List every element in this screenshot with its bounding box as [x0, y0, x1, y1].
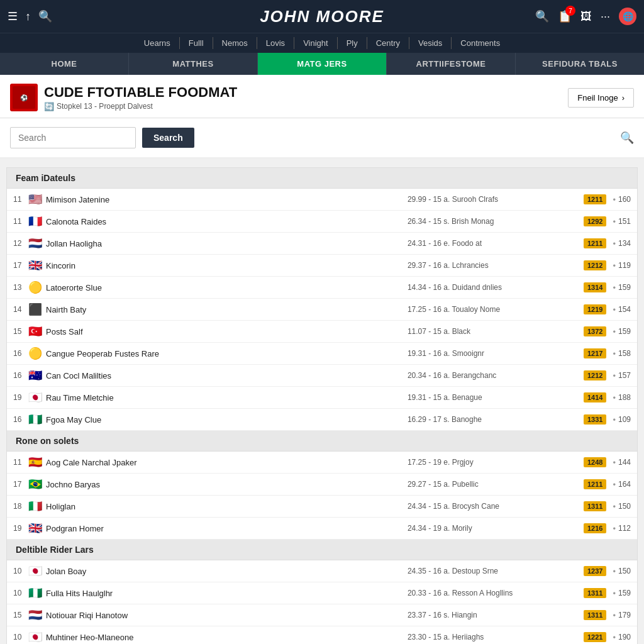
row-badge: 1216 [584, 523, 606, 533]
table-row[interactable]: 17 🇬🇧 Kincorin 29.37 - 16 a. Lchrancies … [7, 255, 637, 277]
row-dot-separator: • [613, 480, 616, 489]
row-flag: 🇺🇸 [28, 192, 46, 206]
secondary-nav-uearns[interactable]: Uearns [135, 37, 180, 49]
row-details: 20.33 - 16 a. Resson A Hogllins [408, 589, 584, 597]
row-number: 19 [13, 524, 28, 533]
row-badge: 1212 [584, 370, 606, 380]
tab-matgjers[interactable]: MATG JERS [258, 53, 387, 75]
row-flag: 🇯🇵 [28, 630, 46, 644]
row-number: 13 [13, 283, 28, 292]
row-flag: 🇦🇺 [28, 369, 46, 382]
search-icon[interactable]: 🔍 [38, 9, 52, 23]
row-number: 17 [13, 480, 28, 489]
table-row[interactable]: 12 🇳🇱 Jollan Haoligha 24.31 - 16 e. Food… [7, 233, 637, 255]
row-badge: 1219 [584, 304, 606, 314]
row-score: 159 [618, 589, 631, 597]
row-player-name: Latoerorte Slue [46, 283, 408, 292]
table-row[interactable]: 11 🇫🇷 Calonota Raides 26.34 - 15 s. Bris… [7, 211, 637, 233]
row-badge: 1292 [584, 216, 606, 226]
page-header: ⚽ CUDE FTOTIABLE FOODMAT 🔄 Stopkel 13 - … [0, 75, 644, 118]
row-number: 16 [13, 349, 28, 358]
section-header-0: Feam iDateuls [7, 168, 637, 189]
tab-home[interactable]: HOME [0, 53, 129, 75]
row-number: 12 [13, 239, 28, 248]
row-details: 24.34 - 19 a. Morily [408, 524, 584, 533]
row-flag: 🇳🇱 [28, 236, 46, 250]
menu-icon[interactable]: ☰ [8, 9, 18, 23]
top-navigation: ☰ ↑ 🔍 JOHN MOORE 🔍 📋 7 🖼 ··· 🌐 [0, 0, 644, 33]
table-row[interactable]: 16 🟡 Cangue Peoperab Fustes Rare 19.31 -… [7, 343, 637, 365]
row-badge: 1311 [584, 588, 606, 598]
tab-arttiifestome[interactable]: ARTTIIFESTOME [387, 53, 516, 75]
secondary-nav-contments[interactable]: Contments [452, 37, 509, 49]
table-row[interactable]: 16 🇳🇬 Fgoa May Clue 16.29 - 17 s. Banogh… [7, 409, 637, 431]
table-row[interactable]: 15 🇹🇷 Posts Salf 11.07 - 15 a. Black 137… [7, 321, 637, 343]
table-row[interactable]: 18 🇮🇹 Holiglan 24.34 - 15 a. Brocysh Can… [7, 496, 637, 518]
avatar[interactable]: 🌐 [619, 8, 636, 25]
table-row[interactable]: 13 🟡 Latoerorte Slue 14.34 - 16 a. Duida… [7, 277, 637, 299]
secondary-nav-lovis[interactable]: Lovis [257, 37, 294, 49]
filter-button[interactable]: Fneil Inoge › [568, 88, 634, 108]
row-dot-separator: • [613, 524, 616, 533]
more-icon[interactable]: ··· [601, 10, 610, 23]
table-row[interactable]: 19 🇬🇧 Podgran Homer 24.34 - 19 a. Morily… [7, 518, 637, 540]
table-row[interactable]: 10 🇯🇵 Muhtiner Heo-Mlaneone 23.30 - 15 a… [7, 626, 637, 644]
row-flag: 🇳🇬 [28, 413, 46, 426]
secondary-nav-ply[interactable]: Ply [338, 37, 367, 49]
table-row[interactable]: 11 🇺🇸 Mimison Jatenine 29.99 - 15 a. Sur… [7, 189, 637, 211]
row-player-name: Nairth Baty [46, 305, 408, 314]
notifications-wrapper[interactable]: 📋 7 [558, 9, 572, 23]
search-icon-end[interactable]: 🔍 [620, 131, 634, 145]
image-icon[interactable]: 🖼 [580, 10, 592, 23]
results-table: Feam iDateuls 11 🇺🇸 Mimison Jatenine 29.… [6, 167, 638, 644]
secondary-nav-fulll[interactable]: Fulll [180, 37, 213, 49]
secondary-nav-nemos[interactable]: Nemos [213, 37, 257, 49]
table-row[interactable]: 16 🇦🇺 Can Cocl Malilties 20.34 - 16 a. B… [7, 365, 637, 387]
row-player-name: Fgoa May Clue [46, 415, 408, 425]
table-row[interactable]: 14 ⬛ Nairth Baty 17.25 - 16 a. Toualoy N… [7, 299, 637, 321]
up-icon[interactable]: ↑ [25, 10, 31, 23]
row-details: 26.34 - 15 s. Brish Monag [408, 217, 584, 226]
row-dot-separator: • [613, 415, 616, 425]
table-row[interactable]: 15 🇳🇱 Notiouar Riqi Hanotow 23.37 - 16 s… [7, 604, 637, 626]
row-flag: 🇧🇷 [28, 477, 46, 491]
tab-matthes[interactable]: MATTHES [129, 53, 258, 75]
tab-sefidura[interactable]: SEFIDURA TBALS [516, 53, 644, 75]
row-score: 134 [618, 239, 631, 248]
row-number: 16 [13, 415, 28, 424]
row-player-name: Fulla Hits Haulglhr [46, 589, 408, 598]
row-badge: 1311 [584, 501, 606, 511]
row-score: 144 [618, 458, 631, 467]
row-number: 11 [13, 217, 28, 226]
notifications-badge: 7 [565, 6, 575, 16]
search-icon-right[interactable]: 🔍 [535, 9, 549, 23]
site-title-area: JOHN MOORE [260, 7, 384, 26]
row-details: 19.31 - 16 a. Smooignr [408, 349, 584, 358]
row-flag: 🇳🇱 [28, 608, 46, 622]
row-details: 24.35 - 16 a. Destoup Srne [408, 567, 584, 575]
row-details: 24.31 - 16 e. Foodo at [408, 239, 584, 248]
row-flag: 🇹🇷 [28, 325, 46, 338]
table-row[interactable]: 17 🇧🇷 Jochno Baryas 29.27 - 15 a. Pubell… [7, 474, 637, 496]
search-input[interactable] [10, 127, 136, 148]
table-row[interactable]: 10 🇳🇬 Fulla Hits Haulglhr 20.33 - 16 a. … [7, 582, 637, 604]
table-row[interactable]: 19 🇯🇵 Rau Time Mletchie 19.31 - 15 a. Be… [7, 387, 637, 409]
header-logo-inner: ⚽ [13, 86, 35, 109]
table-row[interactable]: 11 🇪🇸 Aog Cale Narchal Jpaker 17.25 - 19… [7, 452, 637, 474]
row-dot-separator: • [613, 589, 616, 598]
secondary-nav-vesids[interactable]: Vesids [409, 37, 452, 49]
search-button[interactable]: Search [142, 128, 194, 148]
row-number: 14 [13, 305, 28, 314]
row-badge: 1212 [584, 260, 606, 270]
row-player-name: Calonota Raides [46, 217, 408, 226]
row-score: 150 [618, 567, 631, 575]
secondary-nav-centry[interactable]: Centry [367, 37, 409, 49]
row-badge: 1331 [584, 414, 606, 425]
table-row[interactable]: 10 🇯🇵 Jolan Boay 24.35 - 16 a. Destoup S… [7, 560, 637, 582]
row-details: 23.30 - 15 a. Heriiaghs [408, 633, 584, 641]
secondary-nav-vinight[interactable]: Vinight [294, 37, 338, 49]
row-number: 10 [13, 589, 28, 597]
row-score: 119 [618, 261, 631, 270]
row-flag: 🟡 [28, 280, 46, 294]
row-score: 112 [618, 524, 631, 533]
